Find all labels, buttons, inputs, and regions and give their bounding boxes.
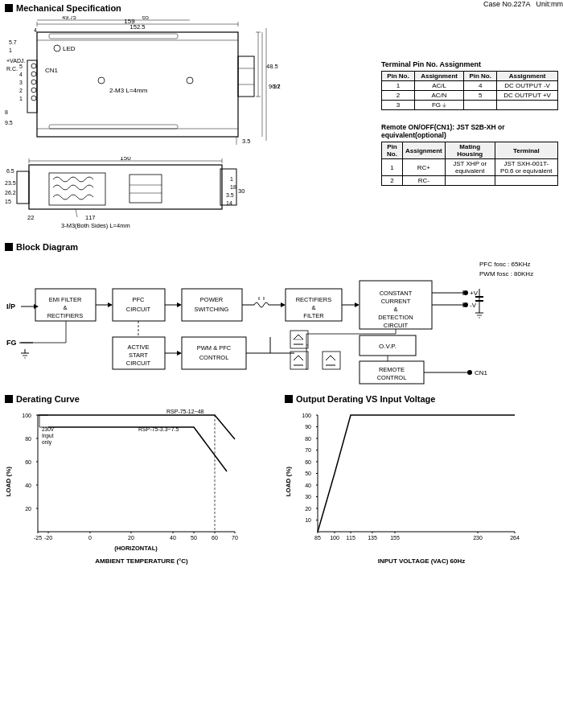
case-no: Case No.227A [483, 0, 530, 8]
svg-text:ACTIVE: ACTIVE [127, 343, 149, 351]
svg-text:I/P: I/P [6, 302, 15, 311]
svg-text:30: 30 [238, 187, 245, 195]
section1-icon [5, 4, 13, 12]
svg-marker-91 [108, 302, 113, 307]
svg-text:REMOTE: REMOTE [379, 366, 405, 373]
mechanical-spec-header: Mechanical Specification [5, 3, 558, 13]
svg-point-11 [54, 45, 60, 51]
output-derating-section: Output Derating VS Input Voltage LOAD (%… [285, 394, 558, 565]
table-area: Terminal Pin No. Assignment Pin No. Assi… [381, 16, 558, 237]
svg-text:4: 4 [34, 27, 37, 33]
svg-point-7 [31, 72, 36, 76]
svg-text:20: 20 [305, 506, 311, 512]
section1-title: Mechanical Specification [16, 3, 121, 13]
svg-text:Input: Input [42, 433, 54, 439]
terminal-table: Pin No. Assignment Pin No. Assignment 1 … [381, 71, 558, 110]
table-row: 2 AC/N 5 DC OUTPUT +V [382, 91, 558, 101]
block-diagram-container: PFC fosc : 65KHz PWM fosc : 80KHz I/P FG… [5, 257, 558, 391]
th-pin1: Pin No. [382, 72, 415, 81]
output-derating-chart-svg: 100 90 80 70 60 50 40 30 20 [294, 407, 527, 556]
svg-text:RECTIFIERS: RECTIFIERS [47, 312, 84, 319]
side-view-drawing: 150 6.5 23.5 26.2 15 22 117 1 18 3.5 14 [5, 157, 294, 237]
svg-text:26.2: 26.2 [5, 190, 16, 195]
svg-rect-5 [27, 60, 37, 113]
svg-text:50: 50 [305, 471, 311, 476]
svg-text:10: 10 [305, 517, 311, 523]
table-row: 1 RC+ JST XHP or equivalent JST SXH-001T… [382, 159, 558, 176]
svg-line-144 [294, 335, 298, 339]
svg-text:40: 40 [305, 483, 311, 488]
derating-y-label: LOAD (%) [5, 467, 12, 496]
svg-line-154 [331, 356, 335, 360]
svg-text:CONTROL: CONTROL [377, 374, 407, 381]
svg-rect-53 [49, 173, 105, 205]
svg-text:60: 60 [212, 535, 218, 541]
svg-text:115: 115 [346, 535, 355, 541]
svg-text:POWER: POWER [200, 296, 224, 303]
svg-line-149 [294, 356, 298, 360]
svg-text:only: only [42, 439, 52, 446]
svg-text:60: 60 [305, 459, 311, 465]
svg-text:264: 264 [510, 535, 520, 541]
svg-text:85: 85 [314, 535, 321, 541]
svg-text:&: & [311, 304, 315, 311]
bottom-section: Derating Curve LOAD (%) 100 [5, 394, 558, 565]
terminal-table-title: Terminal Pin No. Assignment [381, 60, 558, 68]
svg-text:117: 117 [85, 214, 96, 221]
svg-rect-97 [182, 289, 242, 321]
svg-marker-96 [177, 302, 182, 307]
svg-text:-25: -25 [34, 535, 42, 541]
svg-text:40: 40 [170, 535, 176, 541]
top-area: LED 2-M3 L=4mm 159 49.75 [5, 16, 558, 237]
svg-text:PWM fosc : 80KHz: PWM fosc : 80KHz [479, 270, 533, 278]
svg-text:CIRCUIT: CIRCUIT [126, 306, 151, 313]
svg-text:18: 18 [230, 184, 236, 190]
top-view-drawing: LED 2-M3 L=4mm 159 49.75 [5, 16, 294, 165]
th-assign2: Assignment [497, 72, 558, 81]
svg-text:PWM & PFC: PWM & PFC [197, 344, 232, 352]
svg-text:FILTER: FILTER [303, 312, 324, 319]
svg-text:5.7: 5.7 [9, 39, 17, 45]
svg-text:0: 0 [88, 535, 92, 541]
svg-point-10 [31, 96, 36, 101]
derating-chart-svg: 100 80 60 40 20 [14, 407, 247, 556]
svg-point-8 [31, 80, 36, 84]
svg-text:&: & [393, 306, 397, 313]
svg-text:PFC fosc : 65KHz: PFC fosc : 65KHz [479, 261, 531, 268]
svg-text:1: 1 [19, 96, 23, 101]
svg-text:CONTROL: CONTROL [199, 354, 229, 361]
output-derating-wrapper: LOAD (%) 100 90 80 70 [285, 407, 558, 556]
th-assign1: Assignment [414, 72, 463, 81]
svg-point-123 [463, 302, 468, 307]
svg-text:-20: -20 [44, 535, 52, 541]
section2-icon [5, 243, 13, 251]
svg-point-162 [467, 370, 472, 375]
svg-text:CURRENT: CURRENT [381, 298, 411, 305]
svg-text:49.75: 49.75 [62, 16, 76, 20]
svg-text:6.5: 6.5 [6, 168, 14, 174]
svg-rect-138 [182, 337, 246, 369]
svg-text:100: 100 [22, 413, 31, 418]
drawings-area: LED 2-M3 L=4mm 159 49.75 [5, 16, 375, 237]
output-derating-y-label: LOAD (%) [285, 467, 292, 496]
output-derating-header: Output Derating VS Input Voltage [285, 394, 558, 404]
svg-text:152.5: 152.5 [130, 23, 146, 31]
svg-text:2: 2 [19, 88, 23, 93]
svg-text:3.5: 3.5 [242, 138, 250, 145]
svg-text:(HORIZONTAL): (HORIZONTAL) [114, 545, 158, 552]
svg-rect-16 [238, 56, 254, 97]
svg-text:1: 1 [230, 176, 233, 182]
svg-point-6 [31, 64, 36, 68]
section3-title: Derating Curve [16, 394, 80, 404]
svg-text:50: 50 [191, 535, 197, 541]
svg-text:97: 97 [273, 83, 280, 90]
svg-line-74 [76, 209, 77, 217]
svg-text:CIRCUIT: CIRCUIT [384, 322, 409, 329]
svg-rect-92 [113, 289, 165, 321]
svg-text:155: 155 [390, 535, 400, 541]
svg-rect-152 [323, 352, 340, 369]
svg-text:23.5: 23.5 [5, 180, 16, 186]
svg-rect-52 [17, 171, 29, 204]
svg-rect-54 [129, 175, 162, 203]
svg-text:70: 70 [232, 535, 238, 541]
